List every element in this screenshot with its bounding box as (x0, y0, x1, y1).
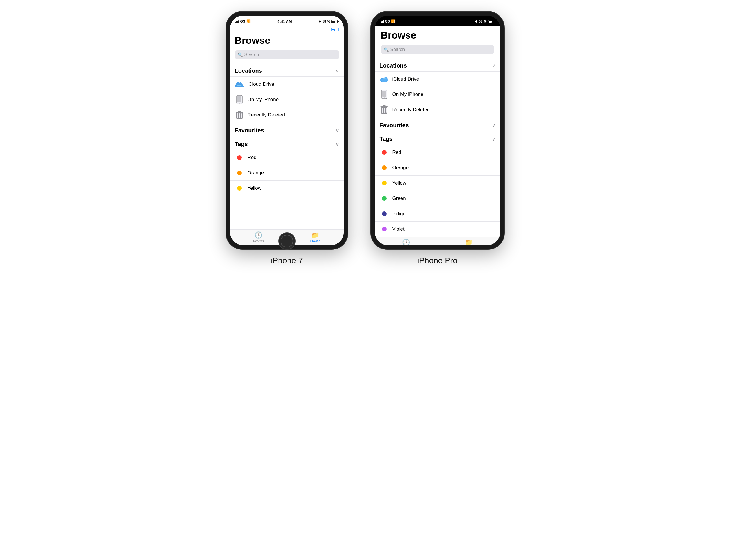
favourites-title: Favourites (235, 127, 264, 134)
pro-status-left: GS 📶 (379, 19, 395, 23)
time-display: 9:41 AM (278, 19, 292, 24)
pro-recently-deleted-label: Recently Deleted (392, 107, 430, 113)
pro-tag-indigo-item[interactable]: Indigo (375, 206, 500, 221)
svg-rect-2 (238, 96, 242, 102)
pro-tag-green-icon (379, 194, 389, 203)
trash-icon (235, 110, 244, 120)
tag-red-label: Red (248, 155, 257, 160)
pro-tag-yellow-item[interactable]: Yellow (375, 175, 500, 191)
search-icon: 🔍 (238, 52, 243, 57)
locations-header[interactable]: Locations ∨ (230, 63, 344, 76)
pro-favourites-chevron: ∨ (492, 123, 495, 128)
pro-tag-indigo-icon (379, 209, 389, 218)
tag-orange-item[interactable]: Orange (230, 165, 344, 180)
pro-list-area: Locations ∨ (375, 58, 500, 237)
pro-signal-bar-3 (382, 21, 383, 23)
pro-carrier-label: GS (385, 19, 390, 23)
tags-title: Tags (235, 141, 248, 147)
pro-indigo-dot (382, 211, 386, 216)
pro-favourites-header[interactable]: Favourites ∨ (375, 117, 500, 131)
pro-browse-tab-icon: 📁 (465, 239, 472, 245)
favourites-chevron: ∨ (336, 128, 339, 133)
pro-tag-red-item[interactable]: Red (375, 145, 500, 160)
pro-tag-yellow-label: Yellow (392, 180, 406, 186)
battery-pct-label: 58 % (322, 19, 330, 23)
tag-red-icon (235, 153, 244, 162)
home-button-ring (281, 235, 293, 247)
signal-bars (235, 20, 239, 23)
pro-tag-green-item[interactable]: Green (375, 191, 500, 206)
pro-content: Browse 🔍 Search Locations ∨ (375, 26, 500, 245)
svg-point-14 (380, 79, 388, 82)
bluetooth-icon: ✱ (319, 20, 321, 23)
yellow-dot (237, 186, 242, 191)
pro-iphone-device-icon (379, 90, 389, 99)
svg-point-17 (384, 98, 384, 98)
pro-recents-tab-icon: 🕓 (402, 239, 410, 245)
search-bar[interactable]: 🔍 Search (235, 50, 339, 59)
iphone7-screen: GS 📶 9:41 AM ✱ 58 % Edit (230, 16, 344, 245)
tag-orange-label: Orange (248, 170, 264, 176)
pro-battery-body (488, 20, 494, 23)
pro-trash-icon (379, 105, 389, 114)
tag-red-item[interactable]: Red (230, 150, 344, 165)
svg-rect-19 (382, 108, 383, 113)
on-my-iphone-label: On My iPhone (248, 97, 279, 103)
wifi-icon: 📶 (247, 19, 251, 23)
favourites-header[interactable]: Favourites ∨ (230, 123, 344, 136)
pro-tab-bar: 🕓 Recents 📁 Browse (375, 237, 500, 245)
pro-on-my-iphone-item[interactable]: On My iPhone (375, 87, 500, 102)
pro-tab-browse[interactable]: 📁 Browse (437, 239, 500, 245)
tags-header[interactable]: Tags ∨ (230, 136, 344, 150)
pro-locations-title: Locations (379, 62, 407, 69)
on-my-iphone-item[interactable]: On My iPhone (230, 92, 344, 107)
browse-tab-icon: 📁 (311, 231, 319, 239)
svg-rect-5 (237, 113, 238, 118)
iphone7-status-bar: GS 📶 9:41 AM ✱ 58 % (230, 16, 344, 26)
pro-tag-orange-item[interactable]: Orange (375, 160, 500, 175)
iphone7-label: iPhone 7 (271, 256, 303, 265)
pro-favourites-title: Favourites (379, 122, 409, 129)
iphone-svg (236, 95, 243, 104)
pro-tags-header[interactable]: Tags ∨ (375, 131, 500, 145)
pro-locations-header[interactable]: Locations ∨ (375, 58, 500, 71)
battery-icon (331, 20, 339, 23)
pro-search-bar[interactable]: 🔍 Search (381, 45, 494, 54)
status-bar-right: ✱ 58 % (319, 19, 339, 23)
svg-rect-7 (241, 113, 242, 118)
recently-deleted-label: Recently Deleted (248, 112, 285, 118)
signal-bar-4 (238, 20, 239, 23)
pro-search-icon: 🔍 (384, 47, 388, 52)
pro-tab-recents[interactable]: 🕓 Recents (375, 239, 437, 245)
svg-rect-9 (238, 111, 241, 112)
pro-orange-dot (382, 165, 386, 170)
iphonepro-status-bar: GS 📶 ✱ 58 % (375, 16, 500, 26)
edit-row: Edit (230, 26, 344, 32)
recently-deleted-item[interactable]: Recently Deleted (230, 107, 344, 123)
svg-rect-23 (383, 105, 386, 107)
recents-tab-label: Recents (253, 240, 264, 243)
pro-tag-violet-label: Violet (392, 226, 404, 232)
pro-tag-violet-icon (379, 225, 389, 234)
battery-tip (338, 21, 339, 22)
icloud-drive-item[interactable]: iCloud Drive (230, 76, 344, 92)
pro-tag-indigo-label: Indigo (392, 211, 406, 217)
tag-yellow-item[interactable]: Yellow (230, 180, 344, 196)
pro-icloud-drive-item[interactable]: iCloud Drive (375, 71, 500, 87)
battery-fill (332, 21, 335, 23)
pro-on-my-iphone-label: On My iPhone (392, 92, 423, 97)
iphone7-container: GS 📶 9:41 AM ✱ 58 % Edit (226, 12, 348, 265)
home-button[interactable] (278, 232, 296, 250)
pro-tags-chevron: ∨ (492, 136, 495, 142)
pro-yellow-dot (382, 181, 386, 185)
pro-tag-violet-item[interactable]: Violet (375, 221, 500, 237)
pro-signal-bars (379, 20, 384, 23)
pro-signal-bar-2 (381, 21, 381, 23)
pro-recently-deleted-item[interactable]: Recently Deleted (375, 102, 500, 117)
pro-battery-tip (495, 21, 495, 22)
iphonepro-screen: GS 📶 ✱ 58 % Browse (375, 16, 500, 245)
icloud-svg (235, 81, 244, 87)
edit-button[interactable]: Edit (331, 27, 339, 32)
iphone7-shell: GS 📶 9:41 AM ✱ 58 % Edit (226, 12, 348, 249)
tags-chevron: ∨ (336, 141, 339, 147)
